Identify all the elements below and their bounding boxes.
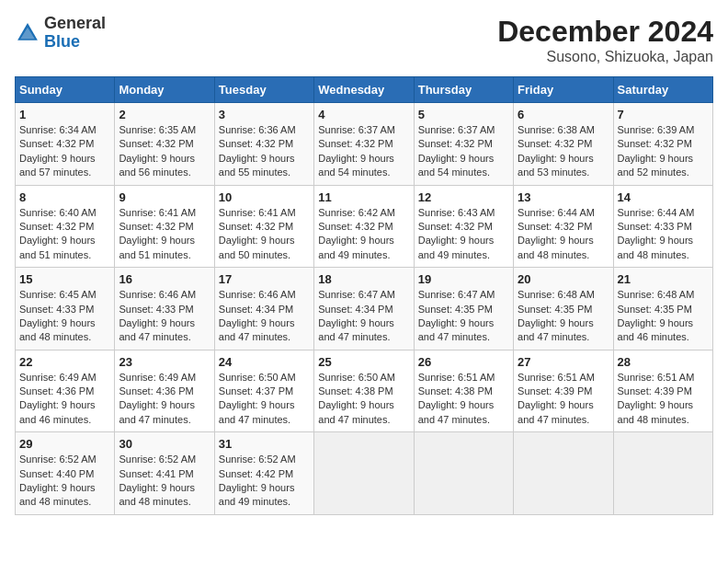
calendar-day-header: Tuesday (214, 77, 313, 103)
day-number: 10 (219, 190, 310, 204)
calendar-cell (414, 432, 513, 515)
day-detail: Sunrise: 6:39 AMSunset: 4:32 PMDaylight:… (618, 123, 709, 180)
day-detail: Sunrise: 6:35 AMSunset: 4:32 PMDaylight:… (119, 123, 210, 180)
day-number: 30 (119, 437, 210, 451)
calendar-cell: 29Sunrise: 6:52 AMSunset: 4:40 PMDayligh… (16, 432, 115, 515)
calendar-cell: 27Sunrise: 6:51 AMSunset: 4:39 PMDayligh… (514, 350, 613, 432)
day-number: 21 (618, 272, 709, 286)
day-number: 16 (119, 272, 210, 286)
calendar-cell (514, 432, 613, 515)
day-number: 14 (618, 190, 709, 204)
logo-text: General Blue (44, 15, 106, 52)
day-detail: Sunrise: 6:36 AMSunset: 4:32 PMDaylight:… (219, 123, 310, 180)
day-detail: Sunrise: 6:46 AMSunset: 4:33 PMDaylight:… (119, 288, 210, 345)
page-header: General Blue December 2024 Susono, Shizu… (15, 15, 713, 65)
day-detail: Sunrise: 6:43 AMSunset: 4:32 PMDaylight:… (418, 206, 509, 263)
logo-line1: General (44, 15, 106, 33)
calendar-cell: 4Sunrise: 6:37 AMSunset: 4:32 PMDaylight… (314, 103, 414, 186)
calendar-cell: 12Sunrise: 6:43 AMSunset: 4:32 PMDayligh… (414, 185, 513, 268)
calendar-cell: 2Sunrise: 6:35 AMSunset: 4:32 PMDaylight… (115, 103, 214, 186)
day-number: 20 (518, 272, 609, 286)
day-number: 17 (219, 272, 310, 286)
day-number: 24 (219, 355, 310, 369)
calendar-cell: 21Sunrise: 6:48 AMSunset: 4:35 PMDayligh… (613, 268, 712, 350)
day-number: 27 (518, 355, 609, 369)
day-detail: Sunrise: 6:51 AMSunset: 4:39 PMDaylight:… (618, 371, 709, 428)
day-detail: Sunrise: 6:51 AMSunset: 4:38 PMDaylight:… (418, 371, 509, 428)
day-detail: Sunrise: 6:49 AMSunset: 4:36 PMDaylight:… (19, 371, 110, 428)
logo-line2: Blue (44, 33, 106, 52)
calendar-week-row: 22Sunrise: 6:49 AMSunset: 4:36 PMDayligh… (16, 350, 713, 432)
day-detail: Sunrise: 6:42 AMSunset: 4:32 PMDaylight:… (318, 206, 409, 263)
calendar-cell: 30Sunrise: 6:52 AMSunset: 4:41 PMDayligh… (115, 432, 214, 515)
day-detail: Sunrise: 6:50 AMSunset: 4:38 PMDaylight:… (318, 371, 409, 428)
page-subtitle: Susono, Shizuoka, Japan (497, 49, 713, 65)
calendar-table: SundayMondayTuesdayWednesdayThursdayFrid… (15, 76, 713, 515)
day-detail: Sunrise: 6:52 AMSunset: 4:42 PMDaylight:… (219, 453, 310, 510)
day-detail: Sunrise: 6:47 AMSunset: 4:34 PMDaylight:… (318, 288, 409, 345)
day-number: 12 (418, 190, 509, 204)
day-number: 29 (19, 437, 110, 451)
day-detail: Sunrise: 6:40 AMSunset: 4:32 PMDaylight:… (19, 206, 110, 263)
calendar-cell: 20Sunrise: 6:48 AMSunset: 4:35 PMDayligh… (514, 268, 613, 350)
calendar-cell: 14Sunrise: 6:44 AMSunset: 4:33 PMDayligh… (613, 185, 712, 268)
calendar-cell: 8Sunrise: 6:40 AMSunset: 4:32 PMDaylight… (16, 185, 115, 268)
logo-icon (15, 20, 40, 46)
day-number: 5 (418, 108, 509, 121)
calendar-cell: 6Sunrise: 6:38 AMSunset: 4:32 PMDaylight… (514, 103, 613, 186)
day-detail: Sunrise: 6:37 AMSunset: 4:32 PMDaylight:… (418, 123, 509, 180)
day-number: 15 (19, 272, 110, 286)
calendar-cell: 15Sunrise: 6:45 AMSunset: 4:33 PMDayligh… (16, 268, 115, 350)
calendar-cell (314, 432, 414, 515)
day-detail: Sunrise: 6:46 AMSunset: 4:34 PMDaylight:… (219, 288, 310, 345)
calendar-cell: 16Sunrise: 6:46 AMSunset: 4:33 PMDayligh… (115, 268, 214, 350)
calendar-cell: 22Sunrise: 6:49 AMSunset: 4:36 PMDayligh… (16, 350, 115, 432)
day-number: 7 (618, 108, 709, 121)
calendar-cell: 26Sunrise: 6:51 AMSunset: 4:38 PMDayligh… (414, 350, 513, 432)
calendar-day-header: Saturday (613, 77, 712, 103)
calendar-day-header: Wednesday (314, 77, 414, 103)
day-number: 28 (618, 355, 709, 369)
logo: General Blue (15, 15, 106, 52)
day-detail: Sunrise: 6:41 AMSunset: 4:32 PMDaylight:… (219, 206, 310, 263)
day-number: 22 (19, 355, 110, 369)
day-detail: Sunrise: 6:47 AMSunset: 4:35 PMDaylight:… (418, 288, 509, 345)
day-number: 1 (19, 108, 110, 121)
calendar-day-header: Sunday (16, 77, 115, 103)
calendar-week-row: 15Sunrise: 6:45 AMSunset: 4:33 PMDayligh… (16, 268, 713, 350)
day-number: 9 (119, 190, 210, 204)
calendar-cell: 5Sunrise: 6:37 AMSunset: 4:32 PMDaylight… (414, 103, 513, 186)
day-detail: Sunrise: 6:48 AMSunset: 4:35 PMDaylight:… (618, 288, 709, 345)
day-detail: Sunrise: 6:52 AMSunset: 4:41 PMDaylight:… (119, 453, 210, 510)
day-number: 4 (318, 108, 409, 121)
calendar-cell: 24Sunrise: 6:50 AMSunset: 4:37 PMDayligh… (214, 350, 313, 432)
calendar-day-header: Monday (115, 77, 214, 103)
calendar-cell: 19Sunrise: 6:47 AMSunset: 4:35 PMDayligh… (414, 268, 513, 350)
calendar-cell: 25Sunrise: 6:50 AMSunset: 4:38 PMDayligh… (314, 350, 414, 432)
calendar-cell (613, 432, 712, 515)
page-title: December 2024 (497, 15, 713, 49)
calendar-cell: 9Sunrise: 6:41 AMSunset: 4:32 PMDaylight… (115, 185, 214, 268)
calendar-cell: 28Sunrise: 6:51 AMSunset: 4:39 PMDayligh… (613, 350, 712, 432)
day-detail: Sunrise: 6:41 AMSunset: 4:32 PMDaylight:… (119, 206, 210, 263)
day-detail: Sunrise: 6:44 AMSunset: 4:32 PMDaylight:… (518, 206, 609, 263)
calendar-cell: 7Sunrise: 6:39 AMSunset: 4:32 PMDaylight… (613, 103, 712, 186)
calendar-day-header: Thursday (414, 77, 513, 103)
day-number: 23 (119, 355, 210, 369)
day-number: 13 (518, 190, 609, 204)
day-detail: Sunrise: 6:49 AMSunset: 4:36 PMDaylight:… (119, 371, 210, 428)
day-number: 26 (418, 355, 509, 369)
day-detail: Sunrise: 6:52 AMSunset: 4:40 PMDaylight:… (19, 453, 110, 510)
day-number: 6 (518, 108, 609, 121)
calendar-cell: 23Sunrise: 6:49 AMSunset: 4:36 PMDayligh… (115, 350, 214, 432)
calendar-cell: 3Sunrise: 6:36 AMSunset: 4:32 PMDaylight… (214, 103, 313, 186)
calendar-cell: 18Sunrise: 6:47 AMSunset: 4:34 PMDayligh… (314, 268, 414, 350)
calendar-cell: 11Sunrise: 6:42 AMSunset: 4:32 PMDayligh… (314, 185, 414, 268)
day-number: 11 (318, 190, 409, 204)
day-detail: Sunrise: 6:34 AMSunset: 4:32 PMDaylight:… (19, 123, 110, 180)
calendar-week-row: 1Sunrise: 6:34 AMSunset: 4:32 PMDaylight… (16, 103, 713, 186)
calendar-cell: 13Sunrise: 6:44 AMSunset: 4:32 PMDayligh… (514, 185, 613, 268)
title-block: December 2024 Susono, Shizuoka, Japan (497, 15, 713, 65)
day-detail: Sunrise: 6:44 AMSunset: 4:33 PMDaylight:… (618, 206, 709, 263)
day-number: 31 (219, 437, 310, 451)
